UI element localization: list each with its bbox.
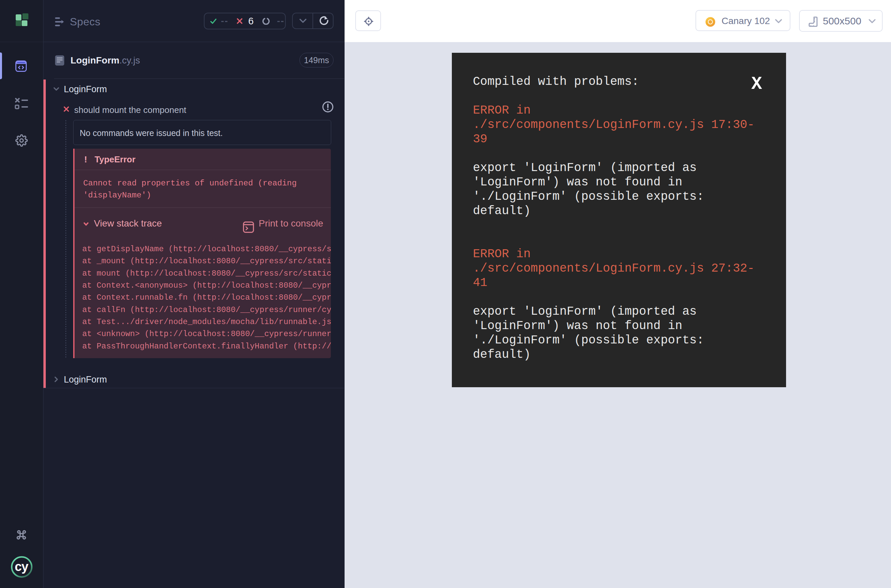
svg-text:y: y	[21, 560, 29, 574]
svg-text:c: c	[15, 560, 22, 574]
